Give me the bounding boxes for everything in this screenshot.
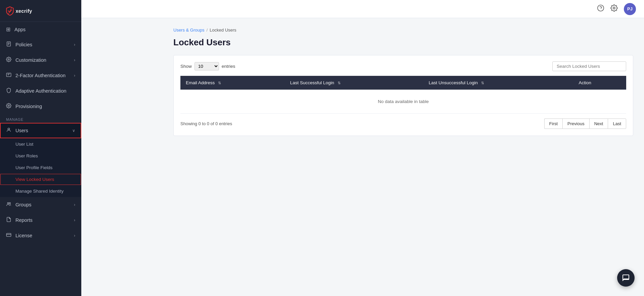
sidebar-item-apps[interactable]: ⊞ Apps [0,22,81,37]
no-data-cell: No data available in table [180,90,626,114]
sidebar-logo: xecrify [0,0,81,22]
col-action: Action [573,76,626,90]
breadcrumb-separator: / [206,28,208,33]
customization-chevron-icon: › [74,58,75,62]
sidebar-item-reports-label: Reports [15,217,74,223]
manage-section-label: Manage [0,114,81,123]
groups-icon [6,201,11,208]
col-email[interactable]: Email Address ⇅ [180,76,285,90]
sidebar-navigation: ⊞ Apps Policies › Customization › 2-Fact… [0,22,81,296]
svg-point-8 [8,105,9,106]
sidebar-item-customization[interactable]: Customization › [0,52,81,68]
chat-bubble-button[interactable] [617,269,635,287]
no-data-row: No data available in table [180,90,626,114]
policies-chevron-icon: › [74,42,75,47]
col-last-fail-sort-icon[interactable]: ⇅ [481,81,484,85]
table-controls: Show 10 25 50 100 entries [180,61,626,71]
sidebar-item-reports[interactable]: Reports › [0,212,81,228]
showing-text: Showing 0 to 0 of 0 entries [180,121,232,126]
col-last-fail[interactable]: Last Unsuccessful Login ⇅ [423,76,573,90]
sidebar-subitem-user-list[interactable]: User List [0,138,81,150]
policies-icon [6,41,11,48]
sidebar-item-license[interactable]: License › [0,228,81,243]
table-card: Show 10 25 50 100 entries Email Address … [173,55,633,136]
sidebar-item-provisioning[interactable]: Provisioning [0,99,81,114]
sidebar-item-2fa[interactable]: 2-Factor Authentication › [0,68,81,83]
svg-point-11 [9,202,10,204]
main-content: Users & Groups / Locked Users Locked Use… [163,18,644,296]
groups-chevron-icon: › [74,202,75,207]
2fa-icon [6,72,11,79]
sidebar-subitem-user-profile-fields[interactable]: User Profile Fields [0,162,81,174]
col-email-sort-icon[interactable]: ⇅ [218,81,221,85]
svg-point-10 [7,202,9,204]
sidebar: xecrify ⊞ Apps Policies › Customization … [0,0,81,296]
entries-label: entries [222,64,235,69]
sidebar-item-policies[interactable]: Policies › [0,37,81,52]
breadcrumb: Users & Groups / Locked Users [173,28,633,33]
breadcrumb-parent[interactable]: Users & Groups [173,28,204,33]
users-submenu: User List User Roles User Profile Fields… [0,138,81,197]
license-chevron-icon: › [74,233,75,238]
locked-users-table: Email Address ⇅ Last Successful Login ⇅ … [180,76,626,114]
col-action-label: Action [578,80,591,85]
table-header-row: Email Address ⇅ Last Successful Login ⇅ … [180,76,626,90]
svg-rect-12 [6,233,11,236]
user-avatar[interactable]: PJ [624,3,636,15]
reports-icon [6,217,11,224]
sidebar-item-policies-label: Policies [15,42,74,47]
sidebar-item-adaptive-auth[interactable]: Adaptive Authentication [0,83,81,99]
previous-page-button[interactable]: Previous [562,118,589,129]
col-email-label: Email Address [186,80,215,85]
show-entries-control: Show 10 25 50 100 entries [180,62,235,70]
adaptive-auth-icon [6,88,11,94]
sidebar-item-groups-label: Groups [15,202,74,207]
next-page-button[interactable]: Next [589,118,608,129]
apps-icon: ⊞ [6,26,10,33]
users-icon [6,127,11,134]
sidebar-subitem-user-roles[interactable]: User Roles [0,150,81,162]
sidebar-item-license-label: License [15,233,74,238]
reports-chevron-icon: › [74,218,75,223]
svg-text:xecrify: xecrify [15,8,32,14]
help-icon[interactable] [597,4,604,13]
sidebar-subitem-manage-shared-identity[interactable]: Manage Shared Identity [0,185,81,197]
2fa-chevron-icon: › [74,73,75,78]
sidebar-item-customization-label: Customization [15,57,74,63]
first-page-button[interactable]: First [544,118,562,129]
show-label: Show [180,64,192,69]
customization-icon [6,57,11,63]
users-chevron-icon: ∨ [72,128,75,133]
svg-point-9 [8,128,9,130]
sidebar-item-adaptive-auth-label: Adaptive Authentication [15,88,75,94]
sidebar-item-users-label: Users [15,128,72,133]
settings-icon[interactable] [610,4,618,13]
col-last-success-label: Last Successful Login [290,80,334,85]
svg-point-6 [8,59,9,60]
breadcrumb-current: Locked Users [210,28,236,33]
sidebar-item-provisioning-label: Provisioning [15,104,75,109]
page-title: Locked Users [173,37,633,48]
table-footer: Showing 0 to 0 of 0 entries First Previo… [180,118,626,129]
provisioning-icon [6,103,11,110]
col-last-fail-label: Last Unsuccessful Login [429,80,478,85]
pagination-buttons: First Previous Next Last [544,118,626,129]
sidebar-subitem-view-locked-users[interactable]: View Locked Users [0,174,81,185]
search-wrap [552,61,626,71]
col-last-success-sort-icon[interactable]: ⇅ [338,81,341,85]
sidebar-item-groups[interactable]: Groups › [0,197,81,212]
sidebar-item-users[interactable]: Users ∨ [0,123,81,138]
col-last-success[interactable]: Last Successful Login ⇅ [285,76,423,90]
topbar-actions: PJ [597,3,636,15]
sidebar-item-apps-label: Apps [14,27,75,32]
entries-select[interactable]: 10 25 50 100 [195,62,219,70]
sidebar-item-2fa-label: 2-Factor Authentication [15,73,74,78]
topbar: PJ [81,0,644,18]
last-page-button[interactable]: Last [608,118,626,129]
license-icon [6,232,11,239]
search-input[interactable] [552,61,626,71]
svg-point-16 [613,7,615,9]
